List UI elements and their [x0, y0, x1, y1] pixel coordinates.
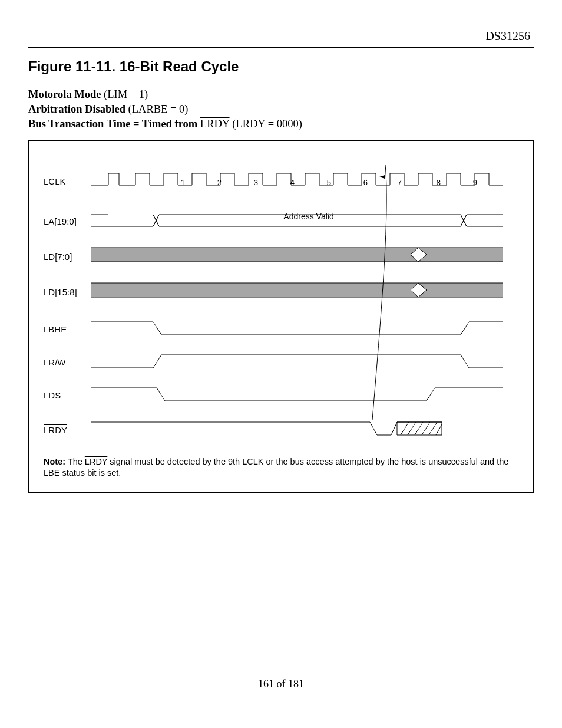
wave-lclk: 1 2 3 4 5 6 7 8 9 10	[91, 167, 503, 191]
clk-2: 2	[217, 178, 222, 187]
clk-9: 9	[473, 178, 477, 187]
arb-label: Arbitration Disabled	[28, 103, 125, 115]
wave-ld-lo	[91, 244, 503, 265]
clk-7: 7	[398, 178, 402, 187]
row-lds: LDS	[44, 383, 518, 403]
clk-4: 4	[290, 178, 295, 187]
svg-line-14	[436, 424, 442, 435]
label-ld-hi: LD[15:8]	[44, 284, 82, 297]
header-rule	[28, 47, 534, 48]
row-ld-hi: LD[15:8]	[44, 279, 518, 301]
label-lrdy: LRDY	[44, 421, 82, 435]
svg-line-10	[408, 422, 416, 435]
label-ld-lo: LD[7:0]	[44, 248, 82, 262]
row-lclk: LCLK 1 2 3 4	[44, 167, 518, 191]
svg-rect-7	[91, 283, 503, 297]
row-la: LA[19:0] Address Valid	[44, 209, 518, 230]
label-lbhe: LBHE	[44, 321, 82, 334]
arb-value: (LARBE = 0)	[125, 103, 189, 115]
row-lbhe: LBHE	[44, 317, 518, 337]
page-number: 161 of 181	[0, 678, 562, 690]
svg-line-11	[415, 422, 423, 435]
btt-lrdy-overline: LRDY	[200, 118, 230, 130]
wave-lbhe	[91, 317, 503, 337]
wave-lds	[91, 383, 503, 403]
diagram-note: Note: The LRDY signal must be detected b…	[44, 456, 518, 477]
wave-lrdy	[91, 416, 503, 440]
wave-lrw	[91, 350, 503, 370]
svg-line-13	[429, 422, 437, 435]
clk-6: 6	[363, 178, 368, 187]
svg-line-9	[401, 422, 409, 435]
page: DS31256 Figure 11-11. 16-Bit Read Cycle …	[0, 0, 562, 728]
svg-marker-0	[379, 175, 385, 179]
clk-1: 1	[181, 178, 185, 187]
label-lclk: LCLK	[44, 173, 82, 186]
row-lrw: LR/W	[44, 350, 518, 370]
doc-id: DS31256	[28, 29, 534, 43]
wave-ld-hi	[91, 279, 503, 301]
clk-5: 5	[327, 178, 331, 187]
label-la: LA[19:0]	[44, 213, 82, 226]
label-lds: LDS	[44, 387, 82, 400]
svg-rect-5	[91, 248, 503, 262]
row-lrdy: LRDY	[44, 416, 518, 440]
figure-title: Figure 11-11. 16-Bit Read Cycle	[28, 58, 534, 75]
timing-diagram: LCLK 1 2 3 4	[28, 140, 534, 493]
addr-valid-text: Address Valid	[283, 212, 333, 221]
mode-label: Motorola Mode	[28, 88, 101, 100]
label-lrw: LR/W	[44, 354, 82, 367]
mode-value: (LIM = 1)	[101, 88, 148, 100]
btt-post: (LRDY = 0000)	[230, 118, 302, 130]
row-ld-lo: LD[7:0]	[44, 244, 518, 265]
clk-8: 8	[437, 178, 441, 187]
figure-conditions: Motorola Mode (LIM = 1) Arbitration Disa…	[28, 88, 534, 131]
wave-la: Address Valid	[91, 209, 503, 230]
svg-line-12	[422, 422, 430, 435]
btt-pre: Bus Transaction Time = Timed from	[28, 118, 200, 130]
clk-3: 3	[254, 178, 258, 187]
